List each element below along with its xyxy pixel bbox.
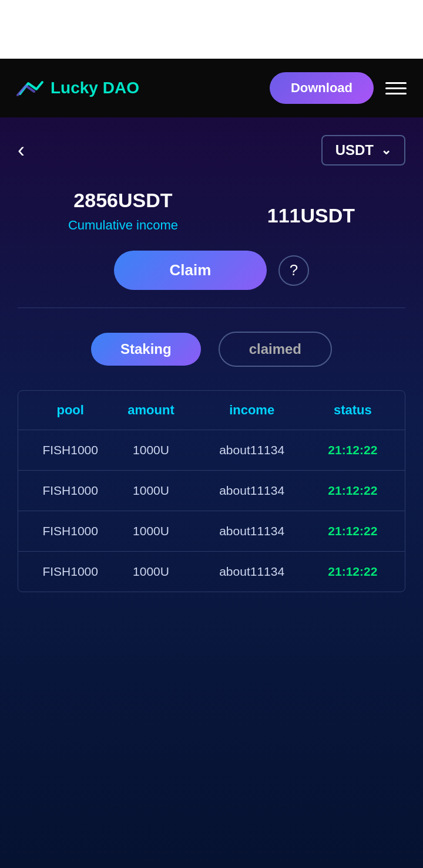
cell-pool-3: FISH1000 <box>30 524 110 538</box>
table-row: FISH1000 1000U about11134 21:12:22 <box>18 552 405 592</box>
cell-status-1: 21:12:22 <box>313 443 393 457</box>
claim-area: Claim ? <box>18 251 405 290</box>
logo-area: Lucky DAO <box>16 77 139 99</box>
currency-selected: USDT <box>335 142 374 158</box>
claimable-value: 111USDT <box>267 204 355 227</box>
cell-pool-2: FISH1000 <box>30 484 110 498</box>
cell-income-4: about11134 <box>192 565 313 579</box>
cumulative-label: Cumulative income <box>68 218 178 233</box>
staking-table: pool amount income status FISH1000 1000U… <box>18 390 405 592</box>
header-status: status <box>313 403 393 418</box>
cumulative-value: 2856USDT <box>68 189 178 212</box>
cell-status-4: 21:12:22 <box>313 565 393 579</box>
logo-icon <box>16 77 45 99</box>
table-row: FISH1000 1000U about11134 21:12:22 <box>18 471 405 511</box>
claim-button[interactable]: Claim <box>114 251 267 290</box>
logo-lucky: Lucky <box>51 79 98 97</box>
logo-text: Lucky DAO <box>51 79 139 97</box>
header-income: income <box>192 403 313 418</box>
hamburger-line-1 <box>385 82 407 84</box>
cell-amount-4: 1000U <box>110 565 191 579</box>
tab-row: Staking claimed <box>18 332 405 367</box>
cell-pool-1: FISH1000 <box>30 443 110 457</box>
cell-amount-3: 1000U <box>110 524 191 538</box>
cell-income-3: about11134 <box>192 524 313 538</box>
cell-amount-2: 1000U <box>110 484 191 498</box>
header-amount: amount <box>110 403 191 418</box>
stats-row: 2856USDT Cumulative income 111USDT <box>18 189 405 233</box>
cell-amount-1: 1000U <box>110 443 191 457</box>
top-spacer <box>0 0 423 59</box>
hamburger-menu[interactable] <box>385 82 407 94</box>
nav-right: Download <box>270 72 407 104</box>
navbar: Lucky DAO Download <box>0 59 423 117</box>
currency-dropdown[interactable]: USDT ⌄ <box>321 135 405 166</box>
cell-income-1: about11134 <box>192 443 313 457</box>
stat-block-cumulative: 2856USDT Cumulative income <box>68 189 178 233</box>
tab-claimed[interactable]: claimed <box>219 332 332 367</box>
table-row: FISH1000 1000U about11134 21:12:22 <box>18 430 405 471</box>
cell-status-3: 21:12:22 <box>313 524 393 538</box>
table-header: pool amount income status <box>18 391 405 430</box>
cell-status-2: 21:12:22 <box>313 484 393 498</box>
chevron-down-icon: ⌄ <box>381 143 391 158</box>
cell-income-2: about11134 <box>192 484 313 498</box>
cell-pool-4: FISH1000 <box>30 565 110 579</box>
table-row: FISH1000 1000U about11134 21:12:22 <box>18 511 405 552</box>
hamburger-line-3 <box>385 93 407 94</box>
hamburger-line-2 <box>385 87 407 89</box>
stat-block-claimable: 111USDT <box>267 204 355 233</box>
logo-dao: DAO <box>103 79 139 97</box>
back-button[interactable]: ‹ <box>18 138 25 163</box>
download-button[interactable]: Download <box>270 72 374 104</box>
section-divider <box>18 308 405 308</box>
tab-staking[interactable]: Staking <box>91 333 201 366</box>
top-controls: ‹ USDT ⌄ <box>18 135 405 166</box>
main-content: ‹ USDT ⌄ 2856USDT Cumulative income 111U… <box>0 117 423 868</box>
header-pool: pool <box>30 403 110 418</box>
help-button[interactable]: ? <box>278 255 309 286</box>
